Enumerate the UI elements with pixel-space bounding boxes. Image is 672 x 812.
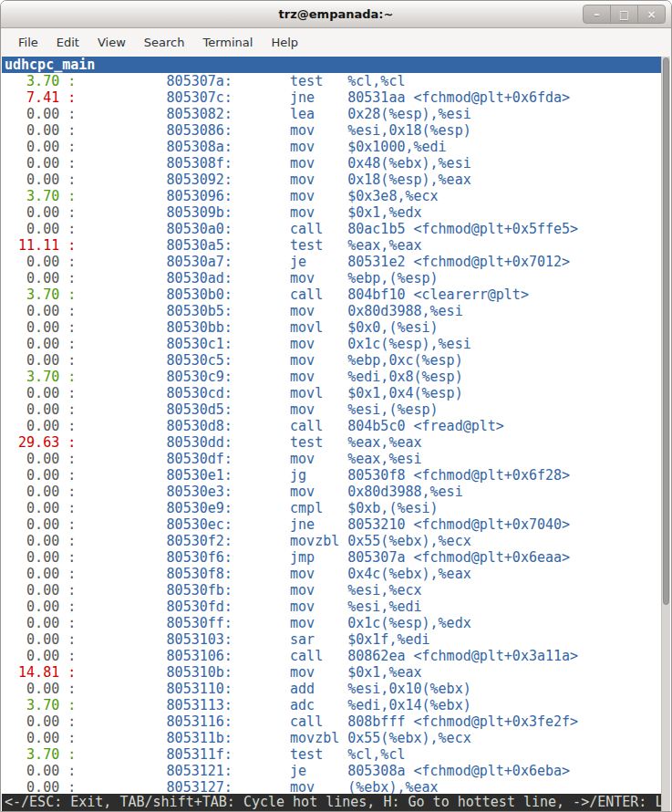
disasm-row[interactable]: 0.00 :80530e3:mov0x80d3988,%esi [2,484,661,500]
disasm-row[interactable]: 0.00 :805308f:mov0x48(%ebx),%esi [2,155,661,172]
disasm-row[interactable]: 0.00 :80530c1:mov0x1c(%esp),%esi [2,336,661,352]
disasm-row[interactable]: 0.00 :8053086:mov%esi,0x18(%esp) [2,122,661,139]
address-cell: 805311f: [167,746,233,763]
percent-cell: 3.70 [2,188,59,204]
menu-item-edit[interactable]: Edit [47,31,88,54]
disasm-row[interactable]: 7.41 :805307c:jne80531aa <fchmod@plt+0x6… [2,89,661,106]
percent-cell: 3.70 [2,286,59,303]
percent-colon-separator: : [59,467,76,484]
percent-cell: 0.00 [2,303,59,319]
operands-cell: 804bf10 <clearerr@plt> [347,286,529,303]
disasm-row[interactable]: 0.00 :80530c5:mov%ebp,0xc(%esp) [2,352,661,369]
minimize-button[interactable]: – [584,5,610,23]
menu-item-file[interactable]: File [9,31,47,54]
address-cell: 8053082: [167,106,233,122]
disasm-row[interactable]: 0.00 :80530ad:mov%ebp,(%esp) [2,270,661,286]
mnemonic-cell: mov [290,270,347,286]
percent-colon-separator: : [59,434,76,451]
disasm-row[interactable]: 0.00 :80530f6:jmp805307a <fchmod@plt+0x6… [2,549,661,566]
address-cell: 80530c1: [167,336,233,352]
disasm-row[interactable]: 0.00 :8053103:sar$0x1f,%edi [2,631,661,648]
close-button[interactable]: × [637,5,665,23]
maximize-button[interactable]: □ [610,5,637,23]
percent-cell: 0.00 [2,451,59,467]
scrollbar[interactable] [661,57,670,811]
disasm-row[interactable]: 0.00 :80530d8:call804b5c0 <fread@plt> [2,418,661,434]
mnemonic-cell: test [290,746,347,763]
address-cell: 805308a: [167,139,233,155]
percent-cell: 0.00 [2,418,59,434]
mnemonic-cell: test [290,434,347,451]
disasm-row[interactable]: 11.11 :80530a5:test%eax,%eax [2,237,661,254]
menu-item-view[interactable]: View [88,31,135,54]
disasm-row[interactable]: 0.00 :805308a:mov$0x1000,%edi [2,139,661,155]
disasm-row[interactable]: 0.00 :80530a0:call80ac1b5 <fchmod@plt+0x… [2,221,661,237]
disasm-row[interactable]: 0.00 :80530e1:jg80530f8 <fchmod@plt+0x6f… [2,467,661,484]
mnemonic-cell: call [290,221,347,237]
disasm-row[interactable]: 0.00 :80530bb:movl$0x0,(%esi) [2,319,661,336]
address-cell: 80530f2: [167,533,233,549]
disasm-row[interactable]: 14.81 :805310b:mov$0x1,%eax [2,664,661,681]
percent-cell: 3.70 [2,746,59,763]
operands-cell: $0x0,(%esi) [347,319,438,336]
disasm-row[interactable]: 0.00 :80530ec:jne8053210 <fchmod@plt+0x7… [2,516,661,533]
mnemonic-cell: movzbl [290,730,347,746]
disasm-row[interactable]: 0.00 :80530fd:mov%esi,%edi [2,599,661,615]
disasm-row[interactable]: 3.70 :8053113:adc%edi,0x14(%ebx) [2,697,661,713]
address-cell: 80530c5: [167,352,233,369]
disasm-row[interactable]: 0.00 :80530df:mov%eax,%esi [2,451,661,467]
disasm-row[interactable]: 0.00 :80530fb:mov%esi,%ecx [2,582,661,599]
titlebar[interactable]: trz@empanada:~ –□× [1,1,671,28]
percent-colon-separator: : [59,401,76,418]
disasm-row[interactable]: 3.70 :8053096:mov$0x3e8,%ecx [2,188,661,204]
mnemonic-cell: cmpl [290,500,347,516]
disasm-row[interactable]: 3.70 :80530b0:call804bf10 <clearerr@plt> [2,286,661,303]
disasm-row[interactable]: 29.63 :80530dd:test%eax,%eax [2,434,661,451]
disasm-row[interactable]: 0.00 :80530f8:mov0x4c(%ebx),%eax [2,566,661,582]
address-cell: 8053103: [167,631,233,648]
disasm-row[interactable]: 3.70 :805307a:test%cl,%cl [2,73,661,89]
percent-colon-separator: : [59,500,76,516]
mnemonic-cell: mov [290,664,347,681]
disasm-row[interactable]: 0.00 :8053082:lea0x28(%esp),%esi [2,106,661,122]
operands-cell: $0x1f,%edi [347,631,429,648]
menu-item-terminal[interactable]: Terminal [193,31,262,54]
disasm-row[interactable]: 0.00 :80530cd:movl$0x1,0x4(%esp) [2,385,661,401]
scrollbar-thumb[interactable] [663,57,669,605]
percent-cell: 0.00 [2,730,59,746]
disasm-row[interactable]: 0.00 :805311b:movzbl0x55(%ebx),%ecx [2,730,661,746]
address-cell: 805311b: [167,730,233,746]
percent-colon-separator: : [59,155,76,172]
disasm-row[interactable]: 3.70 :80530c9:mov%edi,0x8(%esp) [2,369,661,385]
disasm-row[interactable]: 0.00 :80530ff:mov0x1c(%esp),%edx [2,615,661,631]
operands-cell: %eax,%esi [347,451,421,467]
disasm-row[interactable]: 0.00 :805309b:mov$0x1,%edx [2,204,661,221]
percent-cell: 14.81 [2,664,59,681]
operands-cell: 0x1c(%esp),%esi [347,336,470,352]
window-title: trz@empanada:~ [279,7,394,21]
percent-colon-separator: : [59,89,76,106]
disasm-row[interactable]: 0.00 :8053127:mov(%ebx),%eax [2,779,661,794]
disasm-row[interactable]: 3.70 :805311f:test%cl,%cl [2,746,661,763]
menu-item-search[interactable]: Search [135,31,194,54]
percent-colon-separator: : [59,582,76,599]
percent-colon-separator: : [59,336,76,352]
mnemonic-cell: call [290,648,347,664]
operands-cell: 80ac1b5 <fchmod@plt+0x5ffe5> [347,221,578,237]
disasm-row[interactable]: 0.00 :80530b5:mov0x80d3988,%esi [2,303,661,319]
mnemonic-cell: mov [290,352,347,369]
disasm-row[interactable]: 0.00 :80530e9:cmpl$0xb,(%esi) [2,500,661,516]
disasm-row[interactable]: 0.00 :8053110:add%esi,0x10(%ebx) [2,681,661,697]
disasm-row[interactable]: 0.00 :8053106:call80862ea <fchmod@plt+0x… [2,648,661,664]
percent-cell: 0.00 [2,516,59,533]
menu-item-help[interactable]: Help [262,31,307,54]
operands-cell: $0x1000,%edi [347,139,446,155]
disasm-row[interactable]: 0.00 :80530f2:movzbl0x55(%ebx),%ecx [2,533,661,549]
disasm-row[interactable]: 0.00 :8053121:je805308a <fchmod@plt+0x6e… [2,763,661,779]
operands-cell: 804b5c0 <fread@plt> [347,418,504,434]
disasm-row[interactable]: 0.00 :80530a7:je80531e2 <fchmod@plt+0x70… [2,254,661,270]
disasm-row[interactable]: 0.00 :8053092:mov0x18(%esp),%eax [2,172,661,188]
disasm-row[interactable]: 0.00 :80530d5:mov%esi,(%esp) [2,401,661,418]
operands-cell: 0x55(%ebx),%ecx [347,533,470,549]
disasm-row[interactable]: 0.00 :8053116:call808bfff <fchmod@plt+0x… [2,713,661,730]
